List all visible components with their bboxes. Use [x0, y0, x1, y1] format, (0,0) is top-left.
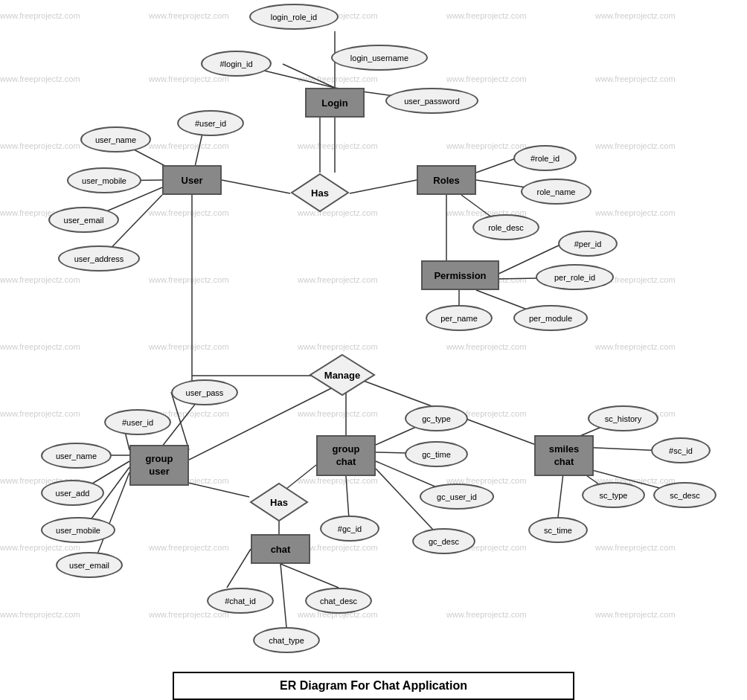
ellipse-role-name: role_name	[521, 179, 591, 205]
ellipse-role-id: #role_id	[513, 145, 577, 171]
svg-line-41	[227, 549, 251, 588]
svg-line-11	[222, 180, 290, 193]
ellipse-user-id2: #user_id	[104, 409, 171, 435]
ellipse-user-add: user_add	[41, 480, 104, 506]
svg-line-13	[476, 158, 516, 173]
diagram-container: www.freeprojectz.com www.freeprojectz.co…	[0, 0, 747, 700]
entity-permission: Permission	[421, 260, 499, 290]
entity-user: User	[162, 165, 222, 195]
ellipse-login-id: #login_id	[201, 51, 272, 77]
ellipse-sc-time: sc_time	[528, 517, 588, 543]
ellipse-user-address: user_address	[58, 245, 140, 272]
svg-line-43	[280, 564, 286, 627]
entity-smiles-chat: smiles chat	[534, 435, 594, 476]
ellipse-user-password: user_password	[385, 88, 478, 114]
ellipse-per-module: per_module	[513, 305, 588, 331]
entity-login: Login	[305, 88, 365, 118]
connector-lines	[0, 0, 747, 700]
ellipse-gc-desc: gc_desc	[412, 528, 475, 554]
ellipse-sc-desc: sc_desc	[653, 482, 716, 508]
entity-group-user: group user	[129, 445, 189, 486]
diamond-has1: Has	[290, 173, 350, 213]
ellipse-user-pass: user_pass	[171, 379, 238, 405]
ellipse-user-email: user_email	[48, 207, 119, 233]
svg-line-42	[280, 564, 339, 588]
entity-roles: Roles	[417, 165, 476, 195]
ellipse-chat-type: chat_type	[253, 627, 320, 653]
entity-group-chat: group chat	[316, 435, 376, 476]
ellipse-per-name: per_name	[426, 305, 493, 331]
ellipse-gc-time: gc_time	[405, 441, 468, 467]
svg-line-12	[350, 180, 417, 193]
ellipse-user-email2: user_email	[56, 552, 123, 578]
ellipse-sc-id: #sc_id	[651, 437, 711, 463]
entity-chat: chat	[251, 534, 310, 564]
ellipse-chat-desc: chat_desc	[305, 588, 372, 614]
diamond-manage: Manage	[309, 353, 376, 396]
ellipse-user-id: #user_id	[177, 110, 244, 136]
ellipse-user-mobile2: user_mobile	[41, 517, 115, 543]
ellipse-login-username: login_username	[331, 45, 428, 71]
ellipse-user-name: user_name	[80, 126, 151, 152]
ellipse-user-mobile: user_mobile	[67, 167, 141, 193]
diamond-has2: Has	[249, 482, 309, 523]
ellipse-gc-type: gc_type	[405, 405, 468, 431]
ellipse-gc-user-id: gc_user_id	[420, 484, 494, 510]
ellipse-login-role-id: login_role_id	[249, 4, 339, 30]
ellipse-sc-history: sc_history	[588, 405, 658, 431]
svg-line-0	[283, 64, 335, 88]
ellipse-per-id: #per_id	[558, 231, 618, 257]
ellipse-gc-id: #gc_id	[320, 516, 379, 542]
ellipse-chat-id: #chat_id	[207, 588, 274, 614]
ellipse-role-desc: role_desc	[472, 214, 539, 240]
ellipse-user-name2: user_name	[41, 443, 112, 469]
ellipse-per-role-id: per_role_id	[536, 264, 614, 290]
footer-title: ER Diagram For Chat Application	[173, 672, 574, 700]
ellipse-sc-type: sc_type	[582, 482, 645, 508]
